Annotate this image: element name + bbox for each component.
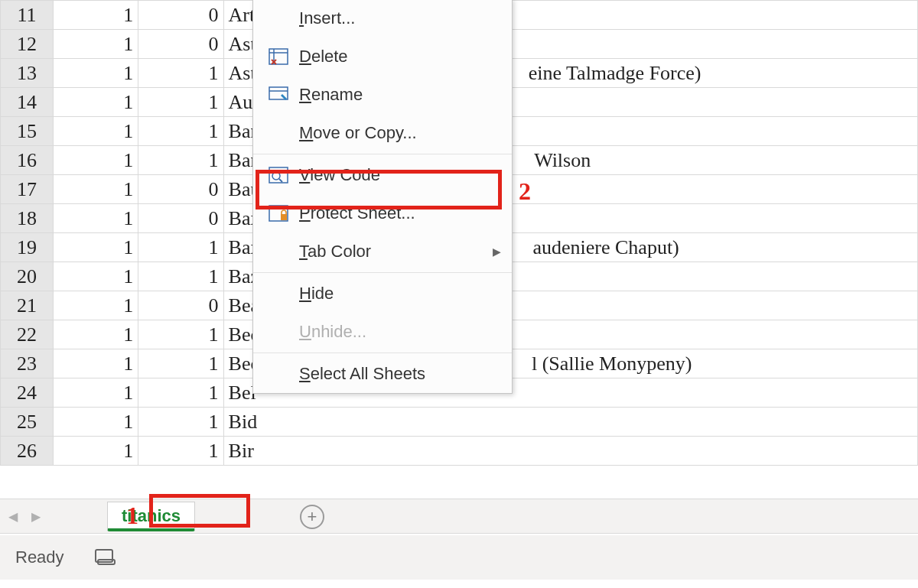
cell[interactable]: Bir bbox=[223, 437, 917, 466]
cell[interactable]: 1 bbox=[54, 378, 138, 408]
cell[interactable]: 1 bbox=[54, 30, 138, 59]
rename-sheet-icon bbox=[264, 86, 293, 103]
view-code-icon bbox=[264, 167, 293, 184]
cell[interactable]: 1 bbox=[54, 59, 138, 88]
svg-rect-13 bbox=[281, 214, 287, 220]
tab-scroll-right-icon[interactable]: ▶ bbox=[31, 511, 41, 521]
cell[interactable]: 1 bbox=[54, 146, 138, 175]
menu-insert[interactable]: Insert... bbox=[253, 0, 512, 37]
row-header[interactable]: 15 bbox=[1, 117, 54, 146]
cell[interactable]: 1 bbox=[138, 408, 223, 437]
cell[interactable]: 1 bbox=[54, 117, 138, 146]
row-header[interactable]: 13 bbox=[1, 59, 54, 88]
sheet-tab-titanics[interactable]: titanics bbox=[107, 502, 195, 531]
menu-tab-color[interactable]: Tab Color ▶ bbox=[253, 232, 512, 271]
cell[interactable]: 1 bbox=[138, 262, 223, 291]
menu-unhide: Unhide... bbox=[253, 313, 512, 351]
cell[interactable]: 1 bbox=[54, 1, 138, 30]
menu-move-or-copy[interactable]: Move or Copy... bbox=[253, 114, 512, 152]
menu-move-label: ove or Copy... bbox=[313, 123, 416, 142]
cell[interactable]: 0 bbox=[138, 291, 223, 320]
menu-protect-sheet[interactable]: Protect Sheet... bbox=[253, 194, 512, 232]
cell[interactable]: 0 bbox=[138, 1, 223, 30]
row-header[interactable]: 23 bbox=[1, 349, 54, 378]
cell[interactable]: 1 bbox=[54, 262, 138, 291]
cell[interactable]: 1 bbox=[54, 320, 138, 349]
cell[interactable]: 1 bbox=[54, 233, 138, 262]
cell[interactable]: 1 bbox=[138, 146, 223, 175]
row-header[interactable]: 11 bbox=[1, 1, 54, 30]
status-bar: Ready bbox=[0, 535, 918, 580]
cell[interactable]: 0 bbox=[138, 204, 223, 233]
sheet-tab-bar: ◀ ▶ titanics bbox=[0, 499, 918, 534]
row-header[interactable]: 26 bbox=[1, 437, 54, 466]
menu-delete-label: elete bbox=[311, 47, 348, 66]
menu-select-all-sheets[interactable]: Select All Sheets bbox=[253, 355, 512, 393]
menu-delete[interactable]: Delete bbox=[253, 37, 512, 76]
chevron-right-icon: ▶ bbox=[493, 245, 501, 258]
cell[interactable]: 1 bbox=[138, 349, 223, 378]
cell[interactable]: 1 bbox=[54, 437, 138, 466]
table-row[interactable]: 2611Bir bbox=[1, 437, 918, 466]
cell[interactable]: 1 bbox=[54, 88, 138, 117]
menu-protect-label: rotect Sheet... bbox=[311, 203, 415, 223]
menu-separator bbox=[253, 352, 512, 353]
cell[interactable]: 0 bbox=[138, 175, 223, 204]
menu-view-code[interactable]: View Code bbox=[253, 156, 512, 194]
menu-separator bbox=[253, 272, 512, 273]
macro-recorder-icon[interactable] bbox=[95, 549, 116, 566]
cell[interactable]: 1 bbox=[138, 378, 223, 408]
cell[interactable]: 1 bbox=[54, 291, 138, 320]
menu-unhide-label: nhide... bbox=[311, 322, 366, 341]
cell[interactable]: 1 bbox=[138, 59, 223, 88]
svg-point-10 bbox=[272, 172, 280, 180]
row-header[interactable]: 20 bbox=[1, 262, 54, 291]
row-header[interactable]: 22 bbox=[1, 320, 54, 349]
sheet-context-menu: Insert... Delete bbox=[252, 0, 513, 394]
row-header[interactable]: 19 bbox=[1, 233, 54, 262]
row-header[interactable]: 24 bbox=[1, 378, 54, 408]
menu-select-all-label: elect All Sheets bbox=[311, 364, 425, 383]
row-header[interactable]: 14 bbox=[1, 88, 54, 117]
row-header[interactable]: 18 bbox=[1, 204, 54, 233]
menu-tab-color-label: ab Color bbox=[308, 242, 371, 261]
menu-separator bbox=[253, 154, 512, 154]
row-header[interactable]: 21 bbox=[1, 291, 54, 320]
menu-rename-label: ename bbox=[311, 85, 363, 104]
cell[interactable]: 1 bbox=[138, 117, 223, 146]
cell[interactable]: 1 bbox=[54, 408, 138, 437]
svg-line-11 bbox=[279, 179, 282, 182]
cell[interactable]: 1 bbox=[54, 175, 138, 204]
menu-view-code-label: iew Code bbox=[310, 165, 380, 184]
cell[interactable]: 1 bbox=[138, 88, 223, 117]
row-header[interactable]: 16 bbox=[1, 146, 54, 175]
row-header[interactable]: 12 bbox=[1, 30, 54, 59]
tab-scroll-left-icon[interactable]: ◀ bbox=[8, 511, 18, 521]
menu-insert-label: nsert... bbox=[304, 8, 355, 28]
svg-rect-2 bbox=[269, 49, 288, 64]
table-row[interactable]: 2511Bid bbox=[1, 408, 918, 437]
cell[interactable]: 1 bbox=[138, 320, 223, 349]
cell[interactable]: 1 bbox=[138, 437, 223, 466]
cell[interactable]: 1 bbox=[138, 233, 223, 262]
row-header[interactable]: 25 bbox=[1, 408, 54, 437]
menu-hide-label: ide bbox=[311, 284, 334, 303]
cell[interactable]: 1 bbox=[54, 204, 138, 233]
delete-sheet-icon bbox=[264, 48, 293, 65]
cell[interactable]: Bid bbox=[223, 408, 917, 437]
menu-hide[interactable]: Hide bbox=[253, 275, 512, 313]
status-ready-label: Ready bbox=[15, 547, 64, 567]
cell[interactable]: 0 bbox=[138, 30, 223, 59]
row-header[interactable]: 17 bbox=[1, 175, 54, 204]
protect-sheet-icon bbox=[264, 205, 293, 222]
cell[interactable]: 1 bbox=[54, 349, 138, 378]
new-sheet-button[interactable]: + bbox=[300, 505, 324, 529]
menu-rename[interactable]: Rename bbox=[253, 76, 512, 114]
